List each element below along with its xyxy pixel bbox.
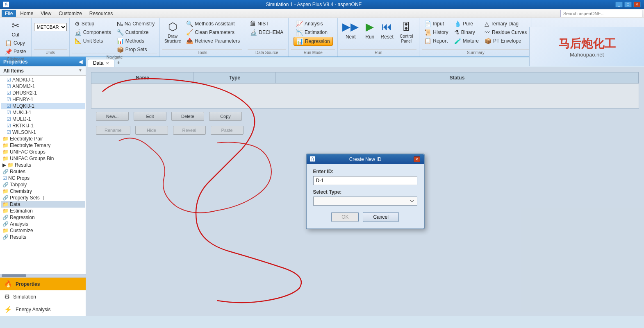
report-button[interactable]: 📋 Report <box>422 37 451 45</box>
close-button[interactable]: ✕ <box>633 2 641 7</box>
dialog-ok-button[interactable]: OK <box>331 212 359 222</box>
clean-parameters-button[interactable]: 🧹 Clean Parameters <box>184 28 242 36</box>
tree-item-results2[interactable]: 🔗 Results <box>1 234 85 240</box>
ternary-diag-button[interactable]: △ Ternary Diag <box>482 20 529 28</box>
control-panel-button[interactable]: 🎛 ControlPanel <box>396 20 416 45</box>
prop-sets-button[interactable]: 📦 Prop Sets <box>114 45 157 54</box>
menu-customize[interactable]: Customize <box>55 10 85 17</box>
item-label: Customize <box>10 228 33 233</box>
dialog-close-button[interactable]: ✕ <box>414 156 420 162</box>
nav-simulation[interactable]: ⚙ Simulation <box>0 290 86 303</box>
tree-item-rktk[interactable]: ☑ RKTKIJ-1 <box>1 122 85 129</box>
tree-item-andmij[interactable]: ☑ ANDMIJ-1 <box>1 83 85 90</box>
item-label: Tabpoly <box>10 182 27 188</box>
maximize-button[interactable]: □ <box>624 2 632 7</box>
tab-data[interactable]: Data ✕ <box>88 59 114 67</box>
copy-button[interactable]: 📋 Copy <box>2 39 29 47</box>
methods-button[interactable]: 📊 Methods <box>114 37 157 45</box>
tree-item-mukij[interactable]: ☑ MUKIJ-1 <box>1 109 85 116</box>
item-label: UNIFAC Groups Bin <box>10 156 54 161</box>
nav-label: Properties <box>16 281 40 287</box>
binary-button[interactable]: ⚗ Binary <box>452 28 481 36</box>
tree-item-wilson[interactable]: ☑ WILSON-1 <box>1 129 85 136</box>
clipboard-buttons: ✂ Cut 📋 Copy 📌 Paste <box>2 20 29 56</box>
sidebar-collapse-button[interactable]: ◀ <box>79 59 82 65</box>
tree-item-analysis[interactable]: 🔗 Analysis <box>1 221 85 227</box>
tree-item-electrolyte-ternary[interactable]: 📁 Electrolyte Ternary <box>1 142 85 149</box>
run-button[interactable]: ▶ Run <box>362 20 378 41</box>
units-dropdown[interactable]: METCBAR <box>34 23 67 31</box>
item-checkbox-henry: ☑ <box>7 97 11 102</box>
tree-item-tabpoly[interactable]: 🔗 Tabpoly <box>1 181 85 188</box>
tree-item-data-active[interactable]: 📁 Data <box>1 201 85 208</box>
navigate-buttons: ⚙ Setup 🔬 Components 📐 Unit Sets Nₐ Na C… <box>72 20 157 54</box>
mixture-button[interactable]: 🧪 Mixture <box>452 37 481 45</box>
components-button[interactable]: 🔬 Components <box>72 28 114 36</box>
analysis-button[interactable]: 📈 Analysis <box>294 20 333 28</box>
regression-button[interactable]: 📊 Regression <box>294 37 333 46</box>
reset-button[interactable]: ⏮ Reset <box>379 20 395 41</box>
ternary-diag-icon: △ <box>485 20 489 27</box>
tree-item-mlqkij[interactable]: ☑ MLQKIJ-1 <box>1 103 85 109</box>
search-input[interactable] <box>560 10 642 17</box>
run-label: Run <box>340 49 416 55</box>
tree-item-drusr2[interactable]: ☑ DRUSR2-1 <box>1 90 85 96</box>
setup-button[interactable]: ⚙ Setup <box>72 20 114 28</box>
tree-item-andkij[interactable]: ☑ ANDKIJ-1 <box>1 77 85 83</box>
item-label: Regression <box>10 215 35 220</box>
run-icon: ▶ <box>366 20 374 33</box>
draw-structure-button[interactable]: ⬡ DrawStructure <box>162 20 183 45</box>
tree-item-regression[interactable]: 🔗 Regression <box>1 214 85 221</box>
residue-curves-button[interactable]: 〰 Residue Curves <box>482 28 529 36</box>
tree-item-nc-props[interactable]: ☑ NC Props <box>1 175 85 181</box>
menu-file[interactable]: File <box>2 10 16 17</box>
tab-add-button[interactable]: + <box>114 59 123 67</box>
unit-sets-button[interactable]: 📐 Unit Sets <box>72 37 114 45</box>
tree-item-unifac-groups[interactable]: 📁 UNIFAC Groups <box>1 149 85 155</box>
tree-item-property-sets[interactable]: 🔗 Property Sets <box>1 195 85 201</box>
menu-view[interactable]: View <box>37 10 55 17</box>
select-type-dropdown[interactable] <box>313 197 417 206</box>
reset-icon: ⏮ <box>382 20 392 33</box>
paste-button[interactable]: 📌 Paste <box>2 48 29 56</box>
tree-item-electrolyte-pair[interactable]: 📁 Electrolyte Pair <box>1 136 85 142</box>
sidebar-all-items[interactable]: All Items ▼ <box>0 66 86 76</box>
dechema-button[interactable]: 🔬 DECHEMA <box>248 28 286 36</box>
next-button[interactable]: ▶▶ Next <box>340 20 361 41</box>
history-button[interactable]: 📜 History <box>422 28 451 36</box>
paste-icon: 📌 <box>5 48 12 55</box>
pt-envelope-button[interactable]: 📦 PT Envelope <box>482 37 529 45</box>
tree-item-unifac-groups-bin[interactable]: 📁 UNIFAC Groups Bin <box>1 155 85 162</box>
tab-close-button[interactable]: ✕ <box>106 61 109 66</box>
menu-home[interactable]: Home <box>17 10 36 17</box>
item-label: Data <box>10 201 20 207</box>
cut-button[interactable]: ✂ Cut <box>2 20 29 38</box>
tree-item-results-expand[interactable]: ▶ 📁 Results <box>1 162 85 168</box>
tree-item-estimation[interactable]: 📁 Estimation <box>1 208 85 214</box>
horizontal-scrollbar[interactable] <box>0 274 86 277</box>
navigate-label: Navigate <box>72 54 157 59</box>
input-button[interactable]: 📄 Input <box>422 20 451 28</box>
na-chemistry-button[interactable]: Nₐ Na Chemistry <box>114 20 157 28</box>
tree-item-henry[interactable]: ☑ HENRY-1 <box>1 96 85 103</box>
tree-item-mulij[interactable]: ☑ MULIJ-1 <box>1 116 85 122</box>
customize-nav-button[interactable]: 🔧 Customize <box>114 28 157 36</box>
titlebar: 🅰 Simulation 1 - Aspen Plus V8.4 - aspen… <box>0 0 644 9</box>
methods-assistant-button[interactable]: 🔍 Methods Assistant <box>184 20 242 28</box>
item-label: ANDMIJ-1 <box>12 84 35 89</box>
nist-button[interactable]: 🏛 NIST <box>248 20 286 28</box>
estimation-button[interactable]: 📉 Estimation <box>294 28 333 36</box>
nav-properties[interactable]: 🔥 Properties <box>0 278 86 290</box>
minimize-button[interactable]: _ <box>615 2 623 7</box>
item-label: Estimation <box>10 208 33 214</box>
tree-item-chemistry[interactable]: 📁 Chemistry <box>1 188 85 195</box>
tree-item-routes[interactable]: 🔗 Routes <box>1 168 85 175</box>
dialog-cancel-button[interactable]: Cancel <box>363 212 398 222</box>
pure-button[interactable]: 💧 Pure <box>452 20 481 28</box>
nav-energy-analysis[interactable]: ⚡ Energy Analysis <box>0 303 86 316</box>
item-label: Chemistry <box>10 188 32 194</box>
menu-resources[interactable]: Resources <box>86 10 116 17</box>
tree-item-customize[interactable]: 📁 Customize <box>1 227 85 234</box>
enter-id-input[interactable] <box>313 176 417 185</box>
retrieve-parameters-button[interactable]: 📥 Retrieve Parameters <box>184 37 242 45</box>
